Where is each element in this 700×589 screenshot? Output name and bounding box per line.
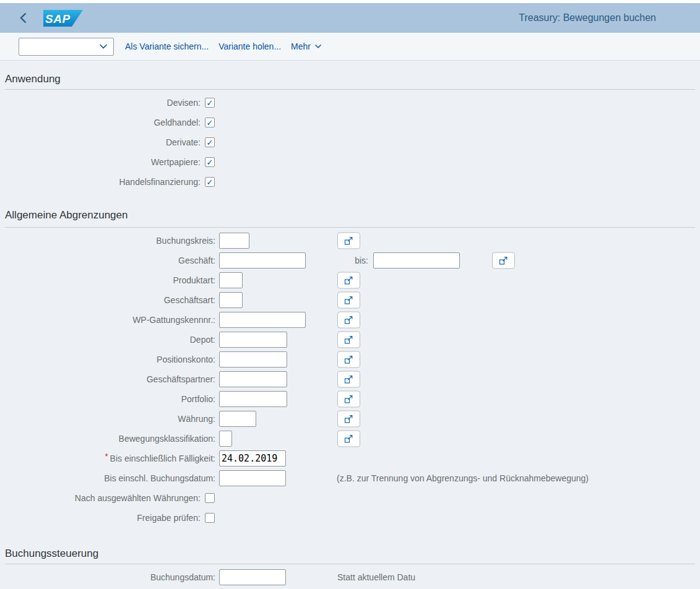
bis-faelligkeit-label: *Bis einschließlich Fälligkeit: (5, 454, 215, 463)
multi-selection-icon (344, 236, 353, 246)
wp-gattungskennnr-multiselect-button[interactable] (337, 312, 360, 329)
variant-select[interactable] (19, 38, 114, 56)
freigabe-pruefen-checkbox[interactable] (205, 513, 215, 523)
row-geschaeftsart: Geschäftsart: (5, 290, 695, 310)
row-positionskonto: Positionskonto: (5, 350, 695, 369)
buchungskreis-input[interactable] (219, 233, 249, 249)
row-geschaeft: Geschäft: bis: (5, 251, 695, 270)
check-icon: ✓ (207, 119, 214, 127)
derivate-checkbox[interactable]: ✓ (205, 137, 215, 147)
produktart-multiselect-button[interactable] (337, 272, 360, 289)
waehrung-multiselect-button[interactable] (337, 411, 360, 428)
portfolio-input[interactable] (219, 391, 287, 407)
devisen-checkbox[interactable]: ✓ (205, 98, 215, 108)
row-handelsfinanzierung: Handelsfinanzierung: ✓ (5, 172, 695, 192)
save-variant-button[interactable]: Als Variante sichern... (125, 41, 209, 51)
get-variant-button[interactable]: Variante holen... (218, 41, 281, 51)
wertpapiere-checkbox[interactable]: ✓ (205, 157, 215, 167)
chevron-down-icon (314, 44, 322, 49)
bewegungsklassifikation-multiselect-button[interactable] (337, 431, 360, 447)
wp-gattungskennnr-label: WP-Gattungskennnr.: (5, 315, 215, 325)
row-bis-faelligkeit: *Bis einschließlich Fälligkeit: (5, 449, 695, 468)
devisen-label: Devisen: (5, 98, 201, 108)
waehrung-input[interactable] (219, 411, 256, 427)
geschaeft-multiselect-button[interactable] (492, 252, 515, 269)
buchungskreis-label: Buchungskreis: (5, 236, 215, 246)
abgrenzungen-rows: Buchungskreis: Geschäft: bis: P (5, 231, 695, 528)
row-wp-gattungskennnr: WP-Gattungskennnr.: (5, 310, 695, 330)
multi-selection-icon (344, 375, 353, 384)
bis-buchungsdatum-input[interactable] (219, 470, 286, 486)
positionskonto-label: Positionskonto: (5, 355, 215, 364)
portfolio-label: Portfolio: (5, 394, 215, 404)
geschaeftsart-input[interactable] (219, 292, 243, 308)
multi-selection-icon (344, 316, 353, 325)
more-menu-button[interactable]: Mehr (291, 41, 322, 51)
section-title-buchungssteuerung: Buchungssteuerung (5, 528, 695, 564)
geschaeftspartner-label: Geschäftspartner: (5, 374, 215, 384)
row-produktart: Produktart: (5, 270, 695, 290)
buchungsdatum-label: Buchungsdatum: (5, 572, 215, 582)
row-geschaeftspartner: Geschäftspartner: (5, 369, 695, 389)
row-devisen: Devisen: ✓ (5, 93, 695, 113)
depot-multiselect-button[interactable] (337, 332, 360, 348)
page-title: Treasury: Bewegungen buchen (519, 12, 656, 24)
chevron-left-icon (20, 12, 27, 24)
check-icon: ✓ (207, 158, 214, 166)
geschaeft-bis-label: bis: (338, 256, 368, 265)
bewegungsklassifikation-label: Bewegungsklassifikation: (5, 434, 215, 444)
multi-selection-icon (344, 355, 353, 364)
produktart-input[interactable] (219, 272, 243, 288)
row-waehrung: Währung: (5, 409, 695, 429)
geldhandel-label: Geldhandel: (5, 118, 201, 127)
chevron-down-icon (99, 44, 108, 49)
row-geldhandel: Geldhandel: ✓ (5, 113, 695, 132)
row-bewegungsklassifikation: Bewegungsklassifikation: (5, 429, 695, 449)
check-icon: ✓ (207, 99, 214, 107)
row-portfolio: Portfolio: (5, 389, 695, 409)
buchungsdatum-input[interactable] (219, 569, 286, 585)
check-icon: ✓ (207, 178, 214, 186)
check-icon: ✓ (207, 139, 214, 147)
row-wertpapiere: Wertpapiere: ✓ (5, 152, 695, 172)
handelsfinanzierung-checkbox[interactable]: ✓ (205, 177, 215, 187)
section-title-anwendung: Anwendung (5, 61, 695, 90)
row-bis-buchungsdatum: Bis einschl. Buchungsdatum: (z.B. zur Tr… (5, 468, 695, 488)
positionskonto-multiselect-button[interactable] (337, 351, 360, 368)
multi-selection-icon (344, 415, 353, 424)
positionskonto-input[interactable] (219, 351, 287, 368)
row-depot: Depot: (5, 330, 695, 350)
svg-text:SAP: SAP (45, 12, 71, 25)
buchungskreis-multiselect-button[interactable] (337, 233, 360, 249)
geschaeftspartner-input[interactable] (219, 371, 287, 387)
nach-waehrungen-checkbox[interactable] (205, 493, 215, 503)
buchungsdatum-hint: Statt aktuellem Datu (337, 572, 415, 582)
freigabe-pruefen-label: Freigabe prüfen: (5, 513, 201, 523)
row-freigabe-pruefen: Freigabe prüfen: (5, 508, 695, 528)
derivate-label: Derivate: (5, 137, 201, 147)
depot-label: Depot: (5, 335, 215, 345)
waehrung-label: Währung: (5, 414, 215, 424)
geschaeftspartner-multiselect-button[interactable] (337, 371, 360, 388)
more-menu-label: Mehr (291, 41, 311, 51)
geschaeft-bis-input[interactable] (373, 252, 460, 269)
multi-selection-icon (499, 256, 508, 265)
bis-faelligkeit-input[interactable] (219, 450, 286, 466)
form-area: Anwendung Devisen: ✓ Geldhandel: ✓ Deriv… (0, 61, 700, 589)
back-button[interactable] (20, 12, 27, 24)
app-header: SAP Treasury: Bewegungen buchen (0, 3, 700, 33)
multi-selection-icon (344, 335, 353, 345)
row-buchungsdatum: Buchungsdatum: Statt aktuellem Datu (5, 567, 695, 587)
multi-selection-icon (344, 434, 353, 444)
portfolio-multiselect-button[interactable] (337, 391, 360, 408)
row-nach-waehrungen: Nach ausgewählten Währungen: (5, 488, 695, 508)
bewegungsklassifikation-input[interactable] (219, 431, 232, 447)
geschaeftsart-multiselect-button[interactable] (337, 292, 360, 309)
depot-input[interactable] (219, 332, 287, 348)
geschaeft-label: Geschäft: (5, 256, 215, 265)
geschaeft-von-input[interactable] (219, 252, 306, 269)
produktart-label: Produktart: (5, 275, 215, 285)
bis-buchungsdatum-label: Bis einschl. Buchungsdatum: (5, 473, 215, 483)
geldhandel-checkbox[interactable]: ✓ (205, 118, 215, 127)
wp-gattungskennnr-input[interactable] (219, 312, 306, 328)
